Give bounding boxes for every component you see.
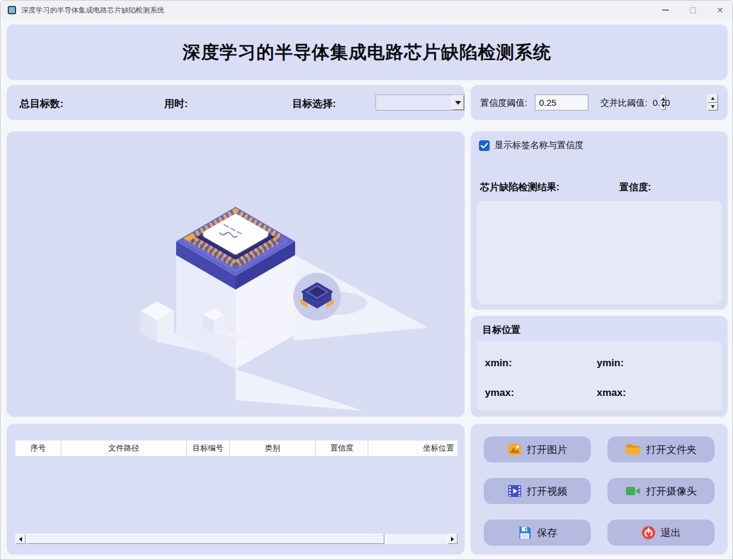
defect-result-label: 芯片缺陷检测结果: [480,181,559,194]
open-folder-button[interactable]: 打开文件夹 [607,436,715,463]
ymin-label: ymin: [597,357,628,369]
thresholds-bar: 置信度阈值: 交并比阈值: 0.70 [471,85,728,120]
xmax-label: xmax: [597,387,631,399]
table-header-row: 序号 文件路径 目标编号 类别 置信度 坐标位置 [15,441,458,456]
iou-threshold-label: 交并比阈值: [600,97,647,109]
chip-illustration [7,131,465,417]
power-icon [641,526,656,540]
target-position-panel: 目标位置 xmin: ymin: ymax: xmax: [471,316,728,417]
column-header-position: 坐标位置 [368,441,458,456]
iou-threshold-value: 0.70 [653,97,670,108]
chevron-down-icon [455,101,461,105]
close-button[interactable]: ✕ [706,1,733,20]
minimize-button[interactable] [651,1,679,20]
xmin-label: xmin: [485,357,516,369]
total-targets-label: 总目标数: [20,97,64,111]
triangle-left-icon [19,537,22,542]
image-icon [508,442,522,457]
open-video-label: 打开视频 [527,485,568,498]
table-body-empty [15,456,458,534]
show-labels-option[interactable]: 显示标签名称与置信度 [479,140,584,151]
target-position-title: 目标位置 [483,324,521,336]
confidence-label: 置信度: [619,181,651,194]
folder-icon [625,442,641,457]
target-select-value [376,95,452,110]
detection-result-panel: 显示标签名称与置信度 芯片缺陷检测结果: 置信度: [471,131,728,310]
triangle-down-icon [711,105,715,108]
column-header-confidence: 置信度 [316,441,368,456]
open-camera-button[interactable]: 打开摄像头 [607,478,715,504]
results-table-panel: 序号 文件路径 目标编号 类别 置信度 坐标位置 [7,424,465,555]
ymax-label: ymax: [485,387,519,399]
elapsed-time-label: 用时: [164,97,188,111]
confidence-threshold-spinbox [535,95,588,111]
show-labels-checkbox-label: 显示标签名称与置信度 [494,140,584,151]
save-label: 保存 [537,526,557,540]
open-image-label: 打开图片 [527,443,568,457]
open-image-button[interactable]: 打开图片 [484,436,591,463]
triangle-right-icon [451,537,454,542]
scrollbar-thumb[interactable] [26,534,384,544]
checkbox-checked-icon[interactable] [479,140,490,151]
open-folder-label: 打开文件夹 [646,443,697,457]
image-display-area [7,131,465,417]
scroll-right-button[interactable] [447,534,458,544]
target-select-label: 目标选择: [292,97,336,111]
video-icon [508,484,522,498]
stats-bar: 总目标数: 用时: 目标选择: [7,85,465,120]
column-header-index: 序号 [15,441,61,456]
camera-icon [625,484,641,498]
page-title: 深度学习的半导体集成电路芯片缺陷检测系统 [183,40,552,65]
exit-label: 退出 [661,526,681,540]
open-camera-label: 打开摄像头 [646,485,697,498]
window-controls: ✕ [651,1,733,20]
target-select-combobox[interactable] [375,95,465,111]
column-header-class: 类别 [230,441,316,456]
iou-threshold-spinner [707,95,718,111]
column-header-target-id: 目标编号 [187,441,230,456]
actions-panel: 打开图片 打开文件夹 打开视频 打开摄像头 [471,424,728,555]
defect-result-display [477,201,722,304]
confidence-threshold-label: 置信度阈值: [480,97,527,109]
maximize-button[interactable] [679,1,706,20]
iou-spin-up-button[interactable] [707,95,718,103]
column-header-filepath: 文件路径 [61,441,187,456]
header-banner: 深度学习的半导体集成电路芯片缺陷检测系统 [7,24,728,80]
app-window: 深度学习的半导体集成电路芯片缺陷检测系统 ✕ 深度学习的半导体集成电路芯片缺陷检… [0,0,733,560]
maximize-icon [690,7,696,14]
horizontal-scrollbar[interactable] [15,534,458,544]
triangle-up-icon [711,97,715,100]
open-video-button[interactable]: 打开视频 [484,478,591,504]
exit-button[interactable]: 退出 [607,520,715,546]
window-title: 深度学习的半导体集成电路芯片缺陷检测系统 [21,5,164,15]
title-bar: 深度学习的半导体集成电路芯片缺陷检测系统 ✕ [1,1,733,20]
floppy-disk-icon [518,526,532,540]
save-button[interactable]: 保存 [484,520,591,546]
scroll-left-button[interactable] [15,534,26,544]
iou-spin-down-button[interactable] [707,103,718,111]
minimize-icon [662,10,669,11]
close-icon: ✕ [716,6,723,14]
app-chip-icon [8,6,16,14]
results-table: 序号 文件路径 目标编号 类别 置信度 坐标位置 [15,441,458,534]
combobox-dropdown-button[interactable] [452,95,464,110]
target-position-box: xmin: ymin: ymax: xmax: [477,341,722,411]
